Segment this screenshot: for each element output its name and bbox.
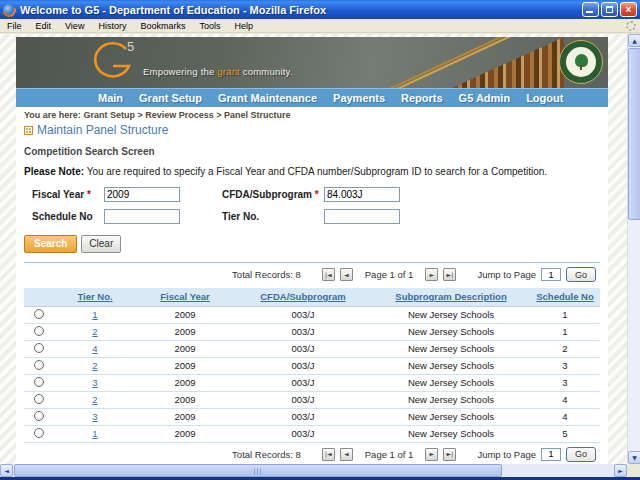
cfda-cell: 003/J — [234, 408, 372, 425]
row-select-radio[interactable] — [34, 394, 44, 404]
sort-cfda[interactable]: CFDA/Subprogram — [260, 291, 346, 302]
last-page-button[interactable]: ►| — [443, 268, 456, 281]
nav-grant-setup[interactable]: Grant Setup — [139, 92, 202, 104]
scroll-right-button[interactable]: ► — [614, 464, 627, 477]
menu-history[interactable]: History — [91, 19, 133, 32]
menu-edit[interactable]: Edit — [29, 19, 59, 32]
row-select-radio[interactable] — [34, 428, 44, 438]
go-button[interactable]: Go — [566, 447, 596, 462]
page-indicator: Page 1 of 1 — [365, 269, 414, 280]
schedule-no-field[interactable] — [104, 209, 180, 224]
minimize-button[interactable] — [582, 2, 599, 17]
row-select-radio[interactable] — [34, 326, 44, 336]
cfda-cell: 003/J — [234, 374, 372, 391]
previous-page-button[interactable]: ◄ — [340, 448, 353, 461]
fiscal-year-cell: 2009 — [136, 425, 234, 442]
minimize-icon — [586, 11, 593, 13]
next-page-button[interactable]: ► — [425, 268, 438, 281]
schedule-no-cell: 4 — [530, 391, 600, 408]
tier-link[interactable]: 4 — [92, 343, 97, 354]
last-page-button[interactable]: ►| — [443, 448, 456, 461]
note-label: Please Note: — [24, 166, 84, 177]
jump-to-page-input[interactable] — [541, 268, 561, 281]
tier-link[interactable]: 1 — [92, 428, 97, 439]
clear-button[interactable]: Clear — [81, 235, 121, 253]
tier-link[interactable]: 1 — [92, 309, 97, 320]
fiscal-year-cell: 2009 — [136, 306, 234, 323]
scroll-down-button[interactable]: ▼ — [628, 451, 640, 464]
nav-logout[interactable]: Logout — [526, 92, 563, 104]
radio-column-header — [24, 288, 54, 306]
close-button[interactable]: × — [620, 2, 637, 17]
first-page-button[interactable]: |◄ — [322, 268, 335, 281]
horizontal-scroll-thumb[interactable] — [14, 464, 502, 477]
subprogram-description-cell: New Jersey Schools — [372, 374, 530, 391]
jump-to-page-label: Jump to Page — [477, 449, 536, 460]
horizontal-scrollbar[interactable]: ◄ ► — [0, 464, 627, 477]
sort-schedule-no[interactable]: Schedule No — [536, 291, 594, 302]
pagination-bottom: Total Records: 8 |◄ ◄ Page 1 of 1 ► ►| J… — [24, 443, 600, 465]
nav-reports[interactable]: Reports — [401, 92, 443, 104]
tier-link[interactable]: 3 — [92, 411, 97, 422]
breadcrumb-path[interactable]: Grant Setup > Review Process > Panel Str… — [83, 110, 290, 120]
bookshelf-image — [452, 37, 564, 88]
vertical-scrollbar[interactable]: ▲ ▼ — [627, 34, 640, 464]
fiscal-year-cell: 2009 — [136, 391, 234, 408]
previous-page-button[interactable]: ◄ — [340, 268, 353, 281]
go-button[interactable]: Go — [566, 267, 596, 282]
nav-grant-maintenance[interactable]: Grant Maintenance — [218, 92, 317, 104]
jump-to-page-label: Jump to Page — [477, 269, 536, 280]
jump-to-page-input[interactable] — [541, 448, 561, 461]
nav-payments[interactable]: Payments — [333, 92, 385, 104]
nav-main[interactable]: Main — [98, 92, 123, 104]
title-bar: Welcome to G5 - Department of Education … — [0, 0, 640, 19]
tier-no-field[interactable] — [324, 209, 400, 224]
table-row: 2 2009 003/J New Jersey Schools 4 — [24, 391, 600, 408]
menu-help[interactable]: Help — [227, 19, 260, 32]
row-select-radio[interactable] — [34, 360, 44, 370]
cfda-field[interactable] — [324, 187, 400, 202]
menu-bookmarks[interactable]: Bookmarks — [133, 19, 192, 32]
tier-link[interactable]: 3 — [92, 377, 97, 388]
next-page-button[interactable]: ► — [425, 448, 438, 461]
scroll-up-button[interactable]: ▲ — [628, 34, 640, 47]
menu-view[interactable]: View — [58, 19, 91, 32]
page-viewport: 5 Empowering the grant community. Main G… — [0, 34, 627, 464]
row-select-radio[interactable] — [34, 377, 44, 387]
row-select-radio[interactable] — [34, 343, 44, 353]
throbber-icon — [626, 21, 636, 31]
nav-g5-admin[interactable]: G5 Admin — [459, 92, 511, 104]
page-content: 5 Empowering the grant community. Main G… — [16, 37, 608, 464]
subprogram-description-cell: New Jersey Schools — [372, 306, 530, 323]
breadcrumb: You are here: Grant Setup > Review Proce… — [16, 107, 608, 121]
cfda-cell: 003/J — [234, 323, 372, 340]
search-button[interactable]: Search — [24, 235, 77, 253]
cfda-label: CFDA/Subprogram * — [222, 189, 324, 200]
table-row: 4 2009 003/J New Jersey Schools 2 — [24, 340, 600, 357]
window-title: Welcome to G5 - Department of Education … — [20, 4, 582, 16]
row-select-radio[interactable] — [34, 411, 44, 421]
section-title: Competition Search Screen — [24, 146, 600, 157]
fiscal-year-field[interactable] — [104, 187, 180, 202]
sort-tier-no[interactable]: Tier No. — [77, 291, 112, 302]
table-row: 3 2009 003/J New Jersey Schools 3 — [24, 374, 600, 391]
cfda-cell: 003/J — [234, 340, 372, 357]
sort-subprogram-description[interactable]: Subprogram Description — [395, 291, 506, 302]
total-records: Total Records: 8 — [232, 449, 301, 460]
scroll-left-button[interactable]: ◄ — [0, 464, 13, 477]
sort-fiscal-year[interactable]: Fiscal Year — [160, 291, 209, 302]
cfda-cell: 003/J — [234, 306, 372, 323]
table-row: 1 2009 003/J New Jersey Schools 5 — [24, 425, 600, 442]
row-select-radio[interactable] — [34, 309, 44, 319]
tier-link[interactable]: 2 — [92, 360, 97, 371]
vertical-scroll-thumb[interactable] — [628, 48, 640, 220]
page-title: Maintain Panel Structure — [37, 123, 168, 137]
subprogram-description-cell: New Jersey Schools — [372, 408, 530, 425]
tier-link[interactable]: 2 — [92, 394, 97, 405]
restore-button[interactable] — [601, 2, 618, 17]
fiscal-year-cell: 2009 — [136, 374, 234, 391]
menu-file[interactable]: File — [0, 19, 29, 32]
first-page-button[interactable]: |◄ — [322, 448, 335, 461]
tier-link[interactable]: 2 — [92, 326, 97, 337]
menu-tools[interactable]: Tools — [192, 19, 227, 32]
